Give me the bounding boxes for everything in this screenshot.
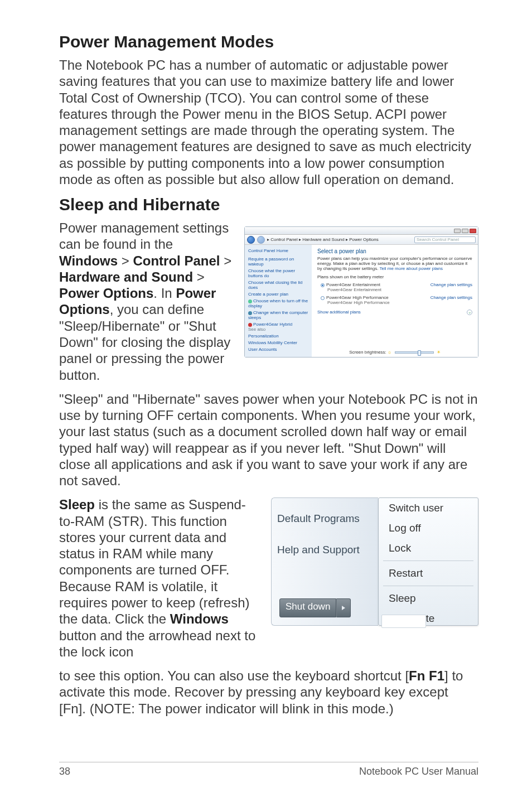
see-also-accounts[interactable]: User Accounts <box>248 347 297 352</box>
screenshot-shutdown-menu: Default Programs Help and Support Shut d… <box>271 497 478 626</box>
menu-item-default-programs[interactable]: Default Programs <box>272 508 378 529</box>
paragraph-settings-location: Power management settings can be found i… <box>59 220 234 383</box>
main-description: Power plans can help you maximize your c… <box>317 256 472 271</box>
see-also-mobility[interactable]: Windows Mobility Center <box>248 340 297 345</box>
sidebar-link-sleep[interactable]: Change when the computer sleeps <box>248 310 308 320</box>
paragraph-shortcut: to see this option. You can also use the… <box>59 668 478 717</box>
chevron-down-icon[interactable]: ⌄ <box>467 310 472 315</box>
menu-item-restart[interactable]: Restart <box>379 563 478 583</box>
text: Show additional plans <box>317 310 361 315</box>
plan-name: Power4Gear Entertainment <box>326 282 380 287</box>
see-also-personalization[interactable]: Personalization <box>248 334 297 339</box>
search-input[interactable]: Search Control Panel <box>414 236 476 243</box>
bold-windows: Windows <box>59 253 118 268</box>
sidebar-link-display-off[interactable]: Choose when to turn off the display <box>248 298 308 308</box>
link-tell-more[interactable]: Tell me more about power plans <box>379 266 442 271</box>
link-change-settings-2[interactable]: Change plan settings <box>431 295 472 300</box>
menu-item-help-support[interactable]: Help and Support <box>272 539 378 561</box>
sun-bright-icon: ☀ <box>437 350 441 355</box>
brightness-row: Screen brightness: ☼ ☀ <box>312 350 478 355</box>
main-heading: Select a power plan <box>317 248 472 254</box>
text: Choose when to turn off the display <box>248 298 308 308</box>
menu-separator <box>383 586 473 586</box>
decorative-slab <box>381 615 426 628</box>
sidebar-link-password[interactable]: Require a password on wakeup <box>248 257 308 267</box>
shutdown-button[interactable]: Shut down <box>279 598 336 617</box>
paragraph-intro: The Notebook PC has a number of automati… <box>59 57 478 187</box>
heading-power-management: Power Management Modes <box>59 32 478 51</box>
address-bar: ▸ Control Panel ▸ Hardware and Sound ▸ P… <box>245 235 478 245</box>
bold-fn-f1: Fn F1 <box>409 668 444 683</box>
sidebar-link-p4g[interactable]: Power4Gear Hybrid <box>248 322 308 327</box>
plans-label: Plans shown on the battery meter <box>317 274 472 279</box>
heading-sleep-hibernate: Sleep and Hibernate <box>59 195 478 214</box>
forward-button[interactable] <box>257 236 265 244</box>
breadcrumb[interactable]: ▸ Control Panel ▸ Hardware and Sound ▸ P… <box>267 237 379 242</box>
text: is the same as Suspend-to-RAM (STR). Thi… <box>59 497 249 626</box>
brightness-slider[interactable] <box>395 351 434 354</box>
brightness-label: Screen brightness: <box>349 350 386 355</box>
text: . In <box>153 286 176 301</box>
sidebar-link-lid[interactable]: Choose what closing the lid does <box>248 280 308 290</box>
plan-name: Power4Gear High Performance <box>326 295 389 300</box>
bold-hardware-sound: Hardware and Sound <box>59 269 193 284</box>
chevron-right-icon <box>341 605 346 611</box>
link-change-settings-1[interactable]: Change plan settings <box>431 282 472 287</box>
plan-sub: Power4Gear High Performance <box>327 300 472 305</box>
text: button and the arrowhead next to the loc… <box>59 628 255 659</box>
menu-item-switch-user[interactable]: Switch user <box>379 498 478 518</box>
text: > <box>193 269 205 284</box>
plan-sub: Power4Gear Entertainment <box>327 287 472 292</box>
see-also: See also Personalization Windows Mobilit… <box>248 327 297 354</box>
main-pane: Select a power plan Power plans can help… <box>312 245 478 357</box>
menu-item-log-off[interactable]: Log off <box>379 518 478 538</box>
menu-item-sleep[interactable]: Sleep <box>379 588 478 608</box>
sidebar-link-buttons[interactable]: Choose what the power buttons do <box>248 268 308 278</box>
shutdown-arrow-button[interactable] <box>336 598 351 617</box>
text: > <box>220 253 231 268</box>
close-button[interactable] <box>470 229 476 233</box>
p4g-icon <box>248 323 252 327</box>
paragraph-sleep-str: Sleep is the same as Suspend-to-RAM (STR… <box>59 496 261 660</box>
shutdown-submenu: Switch user Log off Lock Restart Sleep H… <box>378 497 478 626</box>
text: Power4Gear Hybrid <box>253 322 292 327</box>
screenshot-power-options: ▸ Control Panel ▸ Hardware and Sound ▸ P… <box>244 226 478 357</box>
display-icon <box>248 299 252 303</box>
see-also-label: See also <box>248 327 297 332</box>
footer-title: Notebook PC User Manual <box>359 766 478 777</box>
bold-control-panel: Control Panel <box>133 253 220 268</box>
minimize-button[interactable] <box>454 229 461 233</box>
bold-sleep: Sleep <box>59 497 95 512</box>
radio-icon[interactable] <box>321 296 325 300</box>
text: Change when the computer sleeps <box>248 310 308 320</box>
page-number: 38 <box>59 766 70 777</box>
sun-dim-icon: ☼ <box>388 350 391 355</box>
bold-power-options: Power Options <box>59 286 153 301</box>
bold-windows-2: Windows <box>170 611 229 626</box>
show-additional[interactable]: Show additional plans ⌄ <box>317 310 472 315</box>
start-menu-left: Default Programs Help and Support Shut d… <box>271 497 378 626</box>
sidebar: Control Panel Home Require a password on… <box>245 245 312 357</box>
sidebar-heading: Control Panel Home <box>248 248 308 253</box>
plan-entertainment[interactable]: Power4Gear Entertainment Change plan set… <box>321 282 472 292</box>
menu-separator <box>383 561 473 561</box>
sidebar-link-create-plan[interactable]: Create a power plan <box>248 292 308 297</box>
paragraph-sleep-hibernate-desc: "Sleep" and "Hibernate" saves power when… <box>59 391 478 489</box>
plan-high-performance[interactable]: Power4Gear High Performance Change plan … <box>321 295 472 305</box>
text: to see this option. You can also use the… <box>59 668 409 683</box>
text: Power management settings can be found i… <box>59 220 229 252</box>
window-titlebar <box>245 227 478 235</box>
back-button[interactable] <box>247 236 255 244</box>
text: > <box>118 253 133 268</box>
page-footer: 38 Notebook PC User Manual <box>59 762 478 777</box>
shutdown-split-button: Shut down <box>279 598 351 617</box>
sleep-icon <box>248 311 252 315</box>
maximize-button[interactable] <box>462 229 468 233</box>
menu-item-lock[interactable]: Lock <box>379 538 478 558</box>
radio-icon[interactable] <box>321 283 325 287</box>
